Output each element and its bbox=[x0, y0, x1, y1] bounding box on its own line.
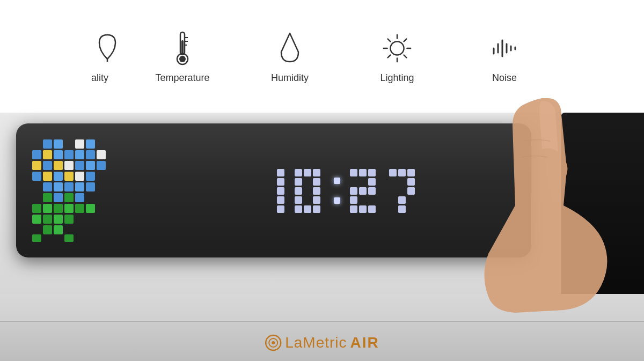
air-quality-label: ality bbox=[91, 72, 108, 84]
svg-rect-55 bbox=[75, 193, 84, 202]
soundwave-icon bbox=[488, 30, 521, 67]
svg-line-13 bbox=[388, 39, 391, 41]
svg-rect-28 bbox=[43, 150, 52, 159]
svg-rect-100 bbox=[407, 169, 415, 176]
svg-point-4 bbox=[179, 56, 186, 62]
humidity-label: Humidity bbox=[271, 72, 309, 84]
svg-rect-98 bbox=[389, 169, 397, 176]
svg-rect-95 bbox=[350, 205, 357, 213]
sensor-item-noise: Noise bbox=[451, 30, 558, 84]
svg-rect-36 bbox=[54, 161, 63, 170]
svg-rect-26 bbox=[86, 139, 95, 149]
svg-rect-88 bbox=[359, 169, 367, 176]
brand-name: LaMetric bbox=[285, 334, 347, 351]
svg-rect-45 bbox=[75, 172, 84, 181]
svg-rect-78 bbox=[295, 178, 302, 186]
svg-rect-84 bbox=[295, 205, 302, 213]
svg-rect-69 bbox=[64, 234, 74, 242]
device-body bbox=[16, 123, 531, 257]
brand-container: LaMetric AIR bbox=[265, 334, 379, 351]
svg-rect-34 bbox=[32, 161, 41, 170]
svg-line-16 bbox=[388, 55, 391, 57]
sensor-item-temperature: Temperature bbox=[129, 30, 236, 84]
svg-rect-53 bbox=[54, 193, 63, 202]
svg-rect-51 bbox=[86, 182, 95, 191]
colon-bottom-dot bbox=[334, 197, 340, 204]
svg-rect-3 bbox=[181, 40, 184, 55]
svg-rect-76 bbox=[304, 169, 311, 176]
svg-rect-48 bbox=[54, 182, 63, 191]
svg-rect-90 bbox=[368, 178, 376, 186]
svg-rect-104 bbox=[398, 205, 406, 213]
svg-rect-30 bbox=[64, 150, 74, 159]
svg-rect-75 bbox=[295, 169, 302, 176]
svg-rect-79 bbox=[313, 178, 320, 186]
sensor-bar: ality Temperature Humidity bbox=[0, 0, 644, 113]
svg-rect-71 bbox=[277, 178, 284, 186]
svg-rect-25 bbox=[75, 139, 84, 149]
svg-line-15 bbox=[404, 39, 407, 41]
svg-rect-61 bbox=[86, 204, 95, 213]
svg-rect-32 bbox=[86, 150, 95, 159]
svg-rect-33 bbox=[97, 150, 106, 159]
svg-rect-47 bbox=[43, 182, 52, 191]
svg-rect-44 bbox=[64, 172, 74, 181]
svg-rect-103 bbox=[398, 196, 406, 204]
sun-icon bbox=[381, 30, 413, 67]
svg-rect-102 bbox=[407, 187, 415, 195]
digit-0 bbox=[292, 166, 327, 215]
svg-rect-68 bbox=[32, 234, 41, 242]
pointing-finger bbox=[472, 98, 612, 313]
svg-rect-62 bbox=[32, 215, 41, 224]
pixel-art-display bbox=[32, 137, 156, 244]
svg-rect-66 bbox=[43, 225, 52, 234]
svg-rect-39 bbox=[86, 161, 95, 170]
svg-rect-81 bbox=[313, 187, 320, 195]
svg-rect-38 bbox=[75, 161, 84, 170]
svg-rect-86 bbox=[313, 205, 320, 213]
svg-rect-93 bbox=[368, 187, 376, 195]
thermometer-icon bbox=[166, 30, 199, 67]
svg-rect-85 bbox=[304, 205, 311, 213]
digit-2 bbox=[347, 166, 382, 215]
svg-rect-70 bbox=[277, 169, 284, 176]
noise-label: Noise bbox=[492, 72, 517, 84]
svg-line-14 bbox=[404, 55, 407, 57]
colon-top-dot bbox=[334, 178, 340, 184]
svg-rect-37 bbox=[64, 161, 74, 170]
svg-rect-63 bbox=[43, 215, 52, 224]
svg-rect-65 bbox=[64, 215, 74, 224]
droplet-icon bbox=[274, 30, 306, 67]
colon-separator bbox=[334, 178, 340, 204]
svg-rect-74 bbox=[277, 205, 284, 213]
svg-rect-29 bbox=[54, 150, 63, 159]
svg-rect-40 bbox=[97, 161, 106, 170]
clock-display bbox=[166, 139, 515, 241]
svg-rect-82 bbox=[295, 196, 302, 204]
sensor-item-humidity: Humidity bbox=[236, 30, 343, 84]
svg-rect-77 bbox=[313, 169, 320, 176]
svg-point-8 bbox=[390, 41, 404, 55]
svg-rect-59 bbox=[64, 204, 74, 213]
svg-rect-89 bbox=[368, 169, 376, 176]
svg-rect-99 bbox=[398, 169, 406, 176]
svg-rect-46 bbox=[86, 172, 95, 181]
svg-rect-23 bbox=[43, 139, 52, 149]
svg-rect-60 bbox=[75, 204, 84, 213]
svg-point-107 bbox=[272, 341, 275, 344]
air-quality-icon bbox=[91, 30, 123, 67]
svg-rect-101 bbox=[407, 178, 415, 186]
svg-rect-87 bbox=[350, 169, 357, 176]
lighting-label: Lighting bbox=[380, 72, 414, 84]
svg-rect-67 bbox=[54, 225, 63, 234]
svg-rect-80 bbox=[295, 187, 302, 195]
temperature-label: Temperature bbox=[155, 72, 209, 84]
svg-rect-64 bbox=[54, 215, 63, 224]
svg-rect-24 bbox=[54, 139, 63, 149]
svg-rect-54 bbox=[64, 193, 74, 202]
svg-rect-57 bbox=[43, 204, 52, 213]
svg-rect-97 bbox=[368, 205, 376, 213]
digit-1 bbox=[261, 166, 288, 215]
sensor-item-lighting: Lighting bbox=[343, 30, 451, 84]
svg-rect-96 bbox=[359, 205, 367, 213]
